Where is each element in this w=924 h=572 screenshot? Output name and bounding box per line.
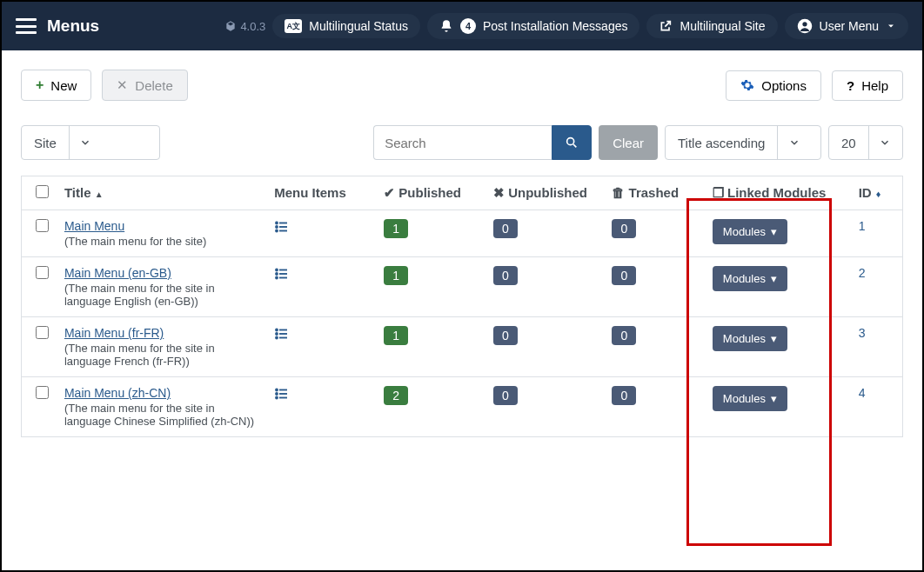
client-select[interactable]: Site	[21, 125, 160, 160]
language-icon: A文	[285, 19, 302, 33]
svg-point-2	[567, 138, 574, 145]
table-row: Main Menu(The main menu for the site) 1 …	[22, 210, 903, 257]
menu-items-link[interactable]	[274, 219, 370, 235]
sort-icon: ♦	[874, 189, 881, 199]
svg-point-24	[276, 389, 278, 391]
clear-button[interactable]: Clear	[599, 125, 658, 160]
help-button[interactable]: ? Help	[832, 70, 903, 101]
row-id: 4	[852, 377, 903, 437]
menu-description: (The main menu for the site in language …	[64, 402, 260, 428]
caret-down-icon: ▾	[771, 272, 777, 285]
table-row: Main Menu (en-GB)(The main menu for the …	[22, 257, 903, 317]
delete-button[interactable]: ✕ Delete	[102, 70, 187, 101]
menu-items-link[interactable]	[274, 266, 370, 282]
published-count[interactable]: 1	[384, 266, 408, 285]
menu-items-link[interactable]	[274, 326, 370, 342]
column-title[interactable]: Title ▲	[57, 176, 267, 210]
column-menu-items: Menu Items	[267, 176, 377, 210]
svg-point-13	[276, 273, 278, 275]
row-checkbox[interactable]	[36, 326, 49, 339]
notification-count: 4	[460, 18, 476, 34]
menu-title-link[interactable]: Main Menu (zh-CN)	[64, 386, 171, 400]
svg-point-1	[802, 22, 807, 26]
column-published[interactable]: ✔ Published	[377, 176, 486, 210]
menu-title-link[interactable]: Main Menu	[64, 219, 124, 233]
row-checkbox[interactable]	[36, 219, 49, 232]
trashed-count[interactable]: 0	[612, 266, 636, 285]
column-unpublished[interactable]: ✖ Unpublished	[486, 176, 605, 210]
modules-dropdown-button[interactable]: Modules ▾	[713, 219, 787, 244]
select-all-checkbox[interactable]	[36, 185, 49, 198]
unpublished-count[interactable]: 0	[493, 266, 518, 285]
row-id: 2	[852, 257, 903, 317]
bell-icon	[439, 19, 453, 33]
trash-icon: 🗑	[612, 185, 625, 200]
published-count[interactable]: 1	[384, 219, 408, 238]
svg-point-20	[276, 337, 278, 339]
trashed-count[interactable]: 0	[612, 386, 636, 405]
menus-table: Title ▲ Menu Items ✔ Published ✖ Unpubli…	[21, 176, 903, 437]
trashed-count[interactable]: 0	[612, 326, 636, 345]
published-count[interactable]: 1	[384, 326, 408, 345]
user-icon	[797, 18, 813, 34]
column-id[interactable]: ID ♦	[852, 176, 903, 210]
close-icon: ✕	[117, 77, 128, 93]
modules-dropdown-button[interactable]: Modules ▾	[713, 326, 787, 351]
unpublished-count[interactable]: 0	[493, 326, 518, 345]
table-row: Main Menu (zh-CN)(The main menu for the …	[22, 377, 903, 437]
sort-asc-icon: ▲	[95, 190, 104, 199]
search-button[interactable]	[552, 125, 592, 160]
options-button[interactable]: Options	[726, 70, 821, 101]
svg-point-18	[276, 329, 278, 331]
caret-down-icon: ▾	[771, 332, 777, 345]
new-button[interactable]: + New	[21, 70, 91, 101]
sort-select[interactable]: Title ascending	[665, 125, 821, 160]
question-icon: ?	[847, 78, 854, 93]
menu-description: (The main menu for the site in language …	[64, 282, 260, 308]
svg-point-19	[276, 333, 278, 335]
menu-title-link[interactable]: Main Menu (en-GB)	[64, 266, 171, 280]
table-row: Main Menu (fr-FR)(The main menu for the …	[22, 317, 903, 377]
svg-point-26	[276, 397, 278, 399]
search-icon	[565, 136, 579, 150]
chevron-down-icon	[69, 126, 102, 159]
menu-items-link[interactable]	[274, 386, 370, 402]
search-input[interactable]	[373, 125, 552, 160]
row-checkbox[interactable]	[36, 266, 49, 279]
chevron-down-icon	[777, 126, 810, 159]
multilingual-site-button[interactable]: Multilingual Site	[646, 14, 777, 38]
joomla-icon	[224, 20, 237, 32]
version-label: 4.0.3	[224, 20, 265, 33]
multilingual-status-button[interactable]: A文 Multilingual Status	[272, 14, 420, 38]
menu-toggle-icon[interactable]	[16, 18, 37, 34]
trashed-count[interactable]: 0	[612, 219, 636, 238]
modules-dropdown-button[interactable]: Modules ▾	[713, 386, 787, 411]
plus-icon: +	[36, 77, 44, 93]
svg-point-7	[276, 226, 278, 228]
svg-point-25	[276, 393, 278, 395]
published-count[interactable]: 2	[384, 386, 408, 405]
gear-icon	[740, 78, 754, 92]
unpublished-count[interactable]: 0	[493, 219, 518, 238]
unpublished-count[interactable]: 0	[493, 386, 518, 405]
svg-point-8	[276, 230, 278, 232]
chevron-down-icon	[886, 21, 896, 31]
close-icon: ✖	[493, 185, 505, 200]
caret-down-icon: ▾	[771, 225, 777, 238]
filter-bar: Site Clear Title ascending 20	[21, 125, 903, 160]
svg-point-6	[276, 223, 278, 224]
page-title: Menus	[47, 17, 224, 36]
post-install-messages-button[interactable]: 4 Post Installation Messages	[427, 13, 640, 39]
row-id: 3	[852, 317, 903, 377]
modules-dropdown-button[interactable]: Modules ▾	[713, 266, 787, 291]
menu-title-link[interactable]: Main Menu (fr-FR)	[64, 326, 164, 340]
menu-description: (The main menu for the site)	[64, 235, 260, 248]
row-checkbox[interactable]	[36, 386, 49, 399]
action-toolbar: + New ✕ Delete Options ? Help	[21, 70, 903, 101]
svg-point-14	[276, 277, 278, 279]
limit-select[interactable]: 20	[828, 125, 903, 160]
svg-point-12	[276, 269, 278, 271]
column-trashed[interactable]: 🗑 Trashed	[605, 176, 705, 210]
cube-icon: ❒	[713, 185, 724, 200]
user-menu-button[interactable]: User Menu	[785, 13, 908, 39]
